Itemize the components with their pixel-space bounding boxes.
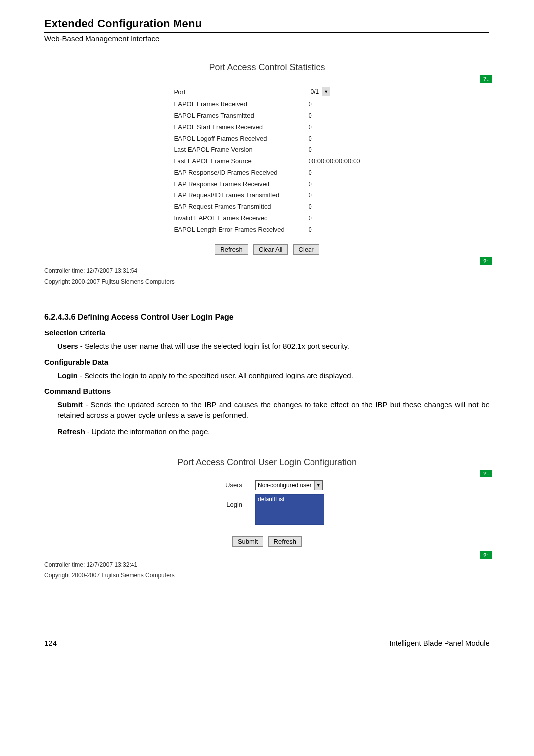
stat-label: EAPOL Frames Received xyxy=(170,99,304,109)
stats-table: Port 0/1▼ EAPOL Frames Received0 EAPOL F… xyxy=(169,84,365,236)
login-option[interactable]: defaultList xyxy=(258,496,322,503)
page-footer: 124 Intelligent Blade Panel Module xyxy=(44,639,490,647)
button-row: Submit Refresh xyxy=(49,536,485,547)
help-icon[interactable]: ?↓ xyxy=(480,470,492,477)
port-select-value: 0/1 xyxy=(311,88,319,95)
clear-all-button[interactable]: Clear All xyxy=(253,244,288,255)
selection-criteria-body: Users - Selects the user name that will … xyxy=(57,341,490,352)
panel-stats: ?↓ Port 0/1▼ EAPOL Frames Received0 EAPO… xyxy=(44,76,490,264)
table-row: EAP Response/ID Frames Received0 xyxy=(170,167,364,178)
stat-label: Last EAPOL Frame Source xyxy=(170,156,304,166)
panel-stats-body: Port 0/1▼ EAPOL Frames Received0 EAPOL F… xyxy=(44,76,490,264)
controller-time: Controller time: 12/7/2007 13:32:41 xyxy=(44,561,490,569)
stat-label: EAPOL Start Frames Received xyxy=(170,122,304,132)
stat-label: EAPOL Logoff Frames Received xyxy=(170,133,304,143)
table-row: Users Non-configured user▼ xyxy=(206,479,328,492)
stat-value: 0 xyxy=(305,110,364,121)
users-label: Users xyxy=(206,479,250,492)
users-select[interactable]: Non-configured user▼ xyxy=(255,480,323,490)
stat-value: 0 xyxy=(305,179,364,189)
stat-value: 0 xyxy=(305,213,364,223)
stat-value: 0 xyxy=(305,167,364,178)
copyright-line: Copyright 2000-2007 Fujitsu Siemens Comp… xyxy=(44,278,490,286)
chevron-down-icon: ▼ xyxy=(322,87,330,96)
table-row: EAPOL Frames Received0 xyxy=(170,99,364,109)
stat-label: Last EAPOL Frame Version xyxy=(170,144,304,155)
table-row: EAPOL Start Frames Received0 xyxy=(170,122,364,132)
configurable-data-heading: Configurable Data xyxy=(44,358,490,366)
panel-login: ?↓ Users Non-configured user▼ Login defa… xyxy=(44,471,490,558)
table-row: EAP Response Frames Received0 xyxy=(170,179,364,189)
controller-time: Controller time: 12/7/2007 13:31:54 xyxy=(44,267,490,275)
stat-label: Port xyxy=(170,85,304,98)
panel-login-body: Users Non-configured user▼ Login default… xyxy=(44,471,490,558)
stat-value: 00:00:00:00:00:00 xyxy=(305,156,364,166)
table-row: EAPOL Frames Transmitted0 xyxy=(170,110,364,121)
table-row: EAP Request/ID Frames Transmitted0 xyxy=(170,190,364,200)
table-row: EAPOL Logoff Frames Received0 xyxy=(170,133,364,143)
panel-stats-title: Port Access Control Statistics xyxy=(44,62,490,73)
login-listbox[interactable]: defaultList xyxy=(255,494,324,525)
button-row: Refresh Clear All Clear xyxy=(49,244,485,255)
panel-login-title: Port Access Control User Login Configura… xyxy=(44,457,490,468)
page-title: Extended Configuration Menu xyxy=(44,17,490,31)
stat-label: EAP Response/ID Frames Received xyxy=(170,167,304,178)
login-label: Login xyxy=(206,493,250,526)
help-icon[interactable]: ?↓ xyxy=(480,75,492,83)
command-buttons-heading: Command Buttons xyxy=(44,387,490,395)
clear-button[interactable]: Clear xyxy=(293,244,319,255)
login-table: Users Non-configured user▼ Login default… xyxy=(205,478,329,527)
title-rule xyxy=(44,32,490,33)
help-up-icon[interactable]: ?↑ xyxy=(480,551,492,559)
refresh-button[interactable]: Refresh xyxy=(215,244,248,255)
stat-value: 0 xyxy=(305,201,364,212)
copyright-line: Copyright 2000-2007 Fujitsu Siemens Comp… xyxy=(44,572,490,580)
stat-value: 0 xyxy=(305,133,364,143)
submit-desc: Submit - Sends the updated screen to the… xyxy=(57,399,490,421)
configurable-data-body: Login - Selects the login to apply to th… xyxy=(57,370,490,381)
table-row: Login defaultList xyxy=(206,493,328,526)
page-number: 124 xyxy=(44,639,57,647)
stat-value: 0 xyxy=(305,224,364,235)
chevron-down-icon: ▼ xyxy=(314,481,322,490)
page-subtitle: Web-Based Management Interface xyxy=(44,34,490,43)
refresh-desc: Refresh - Update the information on the … xyxy=(57,426,490,437)
book-title: Intelligent Blade Panel Module xyxy=(389,639,490,647)
stat-value: 0 xyxy=(305,122,364,132)
refresh-button[interactable]: Refresh xyxy=(268,536,302,547)
stat-label: EAPOL Length Error Frames Received xyxy=(170,224,304,235)
stat-label: EAP Request Frames Transmitted xyxy=(170,201,304,212)
table-row: Last EAPOL Frame Source00:00:00:00:00:00 xyxy=(170,156,364,166)
stat-label: EAPOL Frames Transmitted xyxy=(170,110,304,121)
help-up-icon[interactable]: ?↑ xyxy=(480,257,492,265)
selection-criteria-heading: Selection Criteria xyxy=(44,329,490,337)
stat-label: Invalid EAPOL Frames Received xyxy=(170,213,304,223)
table-row: EAPOL Length Error Frames Received0 xyxy=(170,224,364,235)
table-row: Last EAPOL Frame Version0 xyxy=(170,144,364,155)
table-row: Invalid EAPOL Frames Received0 xyxy=(170,213,364,223)
port-select[interactable]: 0/1▼ xyxy=(309,87,331,96)
table-row: Port 0/1▼ xyxy=(170,85,364,98)
stat-value: 0 xyxy=(305,99,364,109)
stat-label: EAP Request/ID Frames Transmitted xyxy=(170,190,304,200)
stat-value: 0 xyxy=(305,190,364,200)
stat-value: 0 xyxy=(305,144,364,155)
stat-label: EAP Response Frames Received xyxy=(170,179,304,189)
submit-button[interactable]: Submit xyxy=(232,536,263,547)
section-heading: 6.2.4.3.6 Defining Access Control User L… xyxy=(44,313,490,322)
users-select-value: Non-configured user xyxy=(258,482,312,489)
table-row: EAP Request Frames Transmitted0 xyxy=(170,201,364,212)
